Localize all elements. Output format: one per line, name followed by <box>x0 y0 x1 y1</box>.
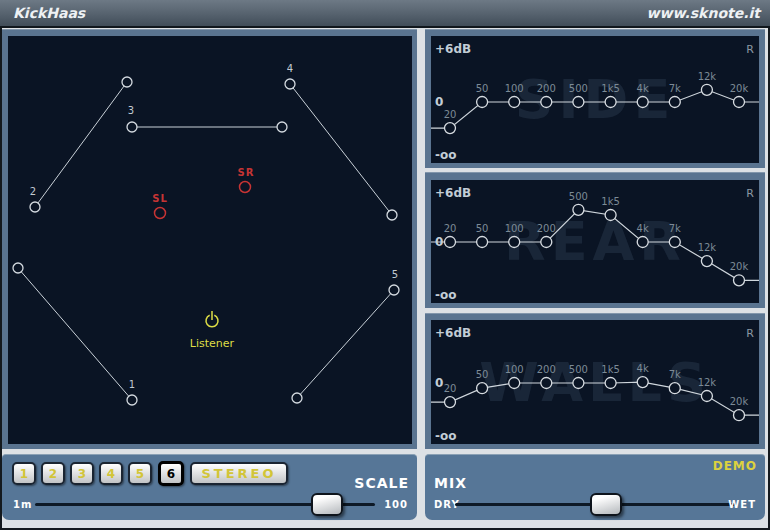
vendor-site-link[interactable]: www.sknote.it <box>647 5 760 21</box>
room-segment-1-endpoint-2[interactable] <box>127 395 137 405</box>
eq-freq-label-4k: 4k <box>637 363 649 374</box>
eq-right-channel-label: R <box>746 43 754 56</box>
eq-node-side-1k5[interactable] <box>605 97 616 108</box>
eq-freq-label-7k: 7k <box>669 223 681 234</box>
room-segment-label-5: 5 <box>392 269 398 280</box>
tap-button-2[interactable]: 2 <box>41 462 65 485</box>
eq-freq-label-20: 20 <box>444 223 457 234</box>
eq-node-walls-50[interactable] <box>477 383 488 394</box>
eq-node-rear-50[interactable] <box>477 237 488 248</box>
eq-freq-label-1k5: 1k5 <box>601 364 620 375</box>
room-segment-2-endpoint-2[interactable] <box>30 202 40 212</box>
eq-node-walls-4k[interactable] <box>637 377 648 388</box>
eq-freq-label-20k: 20k <box>730 83 749 94</box>
eq-freq-label-100: 100 <box>505 364 524 375</box>
eq-node-side-100[interactable] <box>509 97 520 108</box>
eq-node-rear-7k[interactable] <box>669 237 680 248</box>
scale-label: SCALE <box>354 475 409 491</box>
eq-freq-label-20k: 20k <box>730 396 749 407</box>
eq-node-side-7k[interactable] <box>669 97 680 108</box>
speaker-sr[interactable] <box>240 182 251 193</box>
room-segment-3-endpoint-2[interactable] <box>277 122 287 132</box>
eq-node-rear-4k[interactable] <box>637 237 648 248</box>
stereo-button[interactable]: STEREO <box>190 462 288 485</box>
tap-button-1[interactable]: 1 <box>12 462 36 485</box>
tap-button-3[interactable]: 3 <box>70 462 94 485</box>
speaker-label-sr: SR <box>238 167 255 178</box>
eq-node-rear-200[interactable] <box>541 237 552 248</box>
eq-node-side-200[interactable] <box>541 97 552 108</box>
eq-node-walls-500[interactable] <box>573 378 584 389</box>
tap-button-4[interactable]: 4 <box>99 462 123 485</box>
room-display[interactable]: 12345SLSRListener <box>8 36 412 444</box>
room-segment-2-endpoint-1[interactable] <box>122 77 132 87</box>
scale-control-bar: 1 2 3 4 5 6 STEREO SCALE 1m 100 <box>2 454 417 520</box>
eq-node-side-20[interactable] <box>445 123 456 134</box>
eq-node-walls-200[interactable] <box>541 378 552 389</box>
eq-curve-walls: 20501002005001k54k7k12k20k+6dB0-ooR <box>431 320 759 444</box>
eq-freq-label-50: 50 <box>476 369 489 380</box>
eq-freq-label-100: 100 <box>505 83 524 94</box>
eq-zero-scale-label: 0 <box>435 376 443 390</box>
room-segment-3-endpoint-1[interactable] <box>127 122 137 132</box>
eq-node-rear-1k5[interactable] <box>605 210 616 221</box>
eq-display-walls[interactable]: WALLS 20501002005001k54k7k12k20k+6dB0-oo… <box>431 320 759 444</box>
eq-freq-label-1k5: 1k5 <box>601 83 620 94</box>
eq-bottom-scale-label: -oo <box>435 148 456 162</box>
room-segment-5-endpoint-2[interactable] <box>292 393 302 403</box>
eq-freq-label-50: 50 <box>476 83 489 94</box>
eq-node-rear-12k[interactable] <box>701 256 712 267</box>
speaker-sl[interactable] <box>155 208 166 219</box>
tap-button-6-selected[interactable]: 6 <box>158 461 184 486</box>
eq-freq-label-12k: 12k <box>698 377 717 388</box>
eq-node-side-12k[interactable] <box>701 84 712 95</box>
eq-node-walls-12k[interactable] <box>701 391 712 402</box>
room-segment-label-3: 3 <box>128 105 134 116</box>
eq-freq-label-7k: 7k <box>669 369 681 380</box>
tap-button-5[interactable]: 5 <box>128 462 152 485</box>
eq-node-side-50[interactable] <box>477 97 488 108</box>
room-map: 12345SLSRListener <box>8 36 412 444</box>
eq-freq-label-7k: 7k <box>669 83 681 94</box>
room-panel-frame: 12345SLSRListener <box>2 29 417 449</box>
eq-freq-label-200: 200 <box>537 83 556 94</box>
eq-node-walls-100[interactable] <box>509 378 520 389</box>
listener-label: Listener <box>190 337 235 350</box>
eq-node-walls-7k[interactable] <box>669 383 680 394</box>
eq-node-walls-1k5[interactable] <box>605 378 616 389</box>
eq-right-channel-label: R <box>746 187 754 200</box>
eq-node-rear-100[interactable] <box>509 237 520 248</box>
eq-freq-label-20: 20 <box>444 109 457 120</box>
eq-node-side-500[interactable] <box>573 97 584 108</box>
eq-freq-label-20k: 20k <box>730 261 749 272</box>
eq-freq-label-200: 200 <box>537 223 556 234</box>
eq-freq-label-500: 500 <box>569 364 588 375</box>
eq-node-rear-500[interactable] <box>573 204 584 215</box>
room-segment-5-endpoint-1[interactable] <box>389 285 399 295</box>
eq-node-walls-20k[interactable] <box>734 410 745 421</box>
eq-panel-walls: WALLS 20501002005001k54k7k12k20k+6dB0-oo… <box>425 313 765 449</box>
eq-node-rear-20k[interactable] <box>734 275 745 286</box>
eq-freq-label-12k: 12k <box>698 242 717 253</box>
demo-badge: DEMO <box>713 459 757 473</box>
room-segment-1-endpoint-1[interactable] <box>13 263 23 273</box>
room-segment-4-endpoint-2[interactable] <box>387 210 397 220</box>
eq-panel-side: SIDE 20501002005001k54k7k12k20k+6dB0-ooR <box>425 29 765 168</box>
mix-control-bar: DEMO MIX DRY WET <box>425 454 765 520</box>
eq-display-side[interactable]: SIDE 20501002005001k54k7k12k20k+6dB0-ooR <box>431 36 759 163</box>
eq-right-channel-label: R <box>746 327 754 340</box>
room-segment-4-endpoint-1[interactable] <box>285 79 295 89</box>
eq-freq-label-500: 500 <box>569 191 588 202</box>
mix-slider-handle[interactable] <box>590 493 622 516</box>
eq-node-side-20k[interactable] <box>734 97 745 108</box>
eq-node-side-4k[interactable] <box>637 97 648 108</box>
eq-node-rear-20[interactable] <box>445 237 456 248</box>
eq-top-scale-label: +6dB <box>435 326 471 340</box>
eq-top-scale-label: +6dB <box>435 42 471 56</box>
mix-label: MIX <box>434 475 467 491</box>
eq-curve-rear: 20501002005001k54k7k12k20k+6dB0-ooR <box>431 180 759 303</box>
scale-slider-handle[interactable] <box>311 493 343 516</box>
eq-node-walls-20[interactable] <box>445 397 456 408</box>
eq-display-rear[interactable]: REAR 20501002005001k54k7k12k20k+6dB0-ooR <box>431 180 759 303</box>
eq-freq-label-4k: 4k <box>637 223 649 234</box>
